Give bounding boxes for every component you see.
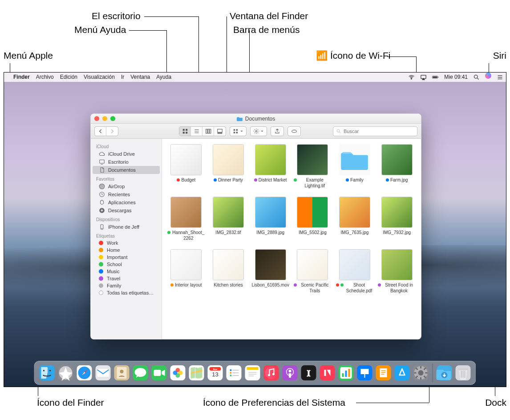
svg-point-0 bbox=[411, 78, 412, 79]
sidebar-item-recientes[interactable]: Recientes bbox=[93, 190, 160, 198]
wifi-icon[interactable] bbox=[405, 74, 417, 81]
spotlight-icon[interactable] bbox=[470, 74, 482, 81]
file-item[interactable]: Lisbon_61695.mov bbox=[251, 249, 289, 294]
siri-icon[interactable] bbox=[482, 73, 494, 82]
file-item[interactable]: Scenic Pacific Trails bbox=[294, 249, 332, 294]
sidebar-tag-music[interactable]: Music bbox=[91, 268, 162, 275]
dock-photos-icon[interactable] bbox=[169, 364, 187, 382]
file-name: IMG_5502.jpg bbox=[299, 230, 327, 236]
dock-calendar-icon[interactable]: Nov13 bbox=[206, 364, 224, 382]
sidebar-tag-todas-las-etiquetas-[interactable]: Todas las etiquetas… bbox=[91, 289, 162, 296]
sidebar-tag-work[interactable]: Work bbox=[91, 239, 162, 246]
dock-news-icon[interactable] bbox=[319, 364, 336, 382]
file-item[interactable]: Farm.jpg bbox=[378, 144, 416, 189]
menu-ventana[interactable]: Ventana bbox=[127, 73, 153, 82]
file-item[interactable]: Family bbox=[336, 144, 374, 189]
svg-rect-78 bbox=[322, 367, 333, 379]
file-item[interactable]: Budget bbox=[167, 144, 205, 189]
svg-rect-18 bbox=[234, 132, 235, 133]
dock-sysprefs-icon[interactable] bbox=[412, 364, 430, 382]
file-item[interactable]: IMG_7932.jpg bbox=[378, 197, 416, 241]
sidebar-item-airdrop[interactable]: AirDrop bbox=[93, 182, 160, 190]
svg-rect-82 bbox=[345, 371, 347, 377]
menu-edicion[interactable]: Edición bbox=[57, 73, 81, 82]
sidebar-item-aplicaciones[interactable]: Aplicaciones bbox=[93, 198, 160, 206]
dock-podcasts-icon[interactable] bbox=[281, 364, 299, 382]
dock-reminders-icon[interactable] bbox=[225, 364, 243, 382]
menubar-clock[interactable]: Mie 09:41 bbox=[441, 73, 470, 82]
dock-launchpad-icon[interactable] bbox=[57, 364, 75, 382]
dock-contacts-icon[interactable] bbox=[113, 364, 131, 382]
dock-tv-icon[interactable] bbox=[300, 364, 318, 382]
sidebar-item-icloud-drive[interactable]: iCloud Drive bbox=[93, 150, 160, 158]
group-by-button[interactable] bbox=[230, 126, 247, 136]
sidebar-item-descargas[interactable]: Descargas bbox=[93, 206, 160, 214]
file-item[interactable]: Street Food in Bangkok bbox=[378, 249, 416, 294]
finder-sidebar: iCloudiCloud DriveEscritorioDocumentosFa… bbox=[91, 139, 162, 339]
forward-button[interactable] bbox=[106, 127, 118, 136]
file-name: Kitchen stories bbox=[214, 283, 243, 288]
dock-appstore-icon[interactable] bbox=[393, 364, 411, 382]
file-name: Interior layout bbox=[170, 283, 202, 288]
sidebar-item-documentos[interactable]: Documentos bbox=[93, 166, 160, 174]
view-icons[interactable] bbox=[179, 127, 191, 136]
app-menu[interactable]: Finder bbox=[10, 73, 33, 82]
view-list[interactable] bbox=[191, 127, 202, 136]
sidebar-tag-important[interactable]: Important bbox=[91, 254, 162, 261]
dock-messages-icon[interactable] bbox=[132, 364, 150, 382]
menubar: Finder Archivo Edición Visualización Ir … bbox=[4, 73, 506, 82]
dock-facetime-icon[interactable] bbox=[150, 364, 168, 382]
dock-downloads-icon[interactable] bbox=[436, 364, 453, 382]
dock-keynote-icon[interactable] bbox=[356, 364, 374, 382]
file-item[interactable]: IMG_5502.jpg bbox=[294, 197, 332, 241]
dock-trash-icon[interactable] bbox=[454, 364, 472, 382]
share-button[interactable] bbox=[271, 126, 284, 136]
callout-dock: Dock bbox=[485, 397, 506, 408]
menu-archivo[interactable]: Archivo bbox=[33, 73, 57, 82]
sidebar-tag-home[interactable]: Home bbox=[91, 246, 162, 254]
dock-safari-icon[interactable] bbox=[76, 364, 93, 382]
close-button[interactable] bbox=[94, 116, 99, 121]
file-name: District Market bbox=[254, 178, 287, 183]
dock-music-icon[interactable] bbox=[263, 364, 280, 382]
file-item[interactable]: IMG_7635.jpg bbox=[336, 197, 374, 241]
action-button[interactable] bbox=[250, 126, 267, 136]
zoom-button[interactable] bbox=[110, 116, 115, 121]
file-item[interactable]: Shoot Schedule.pdf bbox=[336, 249, 374, 294]
dock-pages-icon[interactable] bbox=[375, 364, 393, 382]
back-button[interactable] bbox=[95, 127, 106, 136]
dock-finder-icon[interactable] bbox=[38, 364, 56, 382]
file-item[interactable]: Interior layout bbox=[167, 249, 205, 294]
tags-button[interactable] bbox=[287, 126, 301, 136]
notification-center-icon[interactable] bbox=[494, 74, 506, 81]
file-item[interactable]: Kitchen stories bbox=[210, 249, 247, 294]
dock-mail-icon[interactable] bbox=[94, 364, 112, 382]
dock-notes-icon[interactable] bbox=[244, 364, 262, 382]
view-columns[interactable] bbox=[202, 127, 214, 136]
minimize-button[interactable] bbox=[102, 116, 107, 121]
search-input[interactable] bbox=[344, 129, 414, 134]
file-item[interactable]: IMG_2832.tif bbox=[210, 197, 247, 241]
sidebar-item-escritorio[interactable]: Escritorio bbox=[93, 158, 160, 166]
view-gallery[interactable] bbox=[214, 127, 226, 136]
svg-rect-24 bbox=[100, 160, 105, 163]
file-item[interactable]: District Market bbox=[251, 144, 289, 189]
file-item[interactable]: Example Lighting.tif bbox=[294, 144, 332, 189]
file-name: IMG_7635.jpg bbox=[341, 230, 369, 236]
file-item[interactable]: Dinner Party bbox=[210, 144, 247, 189]
search-field[interactable] bbox=[333, 126, 417, 136]
sidebar-tag-family[interactable]: Family bbox=[91, 282, 162, 289]
airplay-icon[interactable] bbox=[417, 74, 429, 81]
menu-visualizacion[interactable]: Visualización bbox=[81, 73, 118, 82]
battery-icon[interactable] bbox=[429, 74, 441, 81]
menu-ayuda[interactable]: Ayuda bbox=[153, 73, 174, 82]
file-item[interactable]: Hannah_Shoot_2262 bbox=[167, 197, 205, 241]
sidebar-tag-school[interactable]: School bbox=[91, 261, 162, 268]
finder-titlebar[interactable]: Documentos bbox=[91, 114, 421, 124]
menu-ir[interactable]: Ir bbox=[118, 73, 127, 82]
dock-numbers-icon[interactable] bbox=[337, 364, 355, 382]
sidebar-item-iphone-de-jeff[interactable]: iPhone de Jeff bbox=[93, 223, 160, 231]
dock-maps-icon[interactable] bbox=[188, 364, 206, 382]
file-item[interactable]: IMG_2889.jpg bbox=[251, 197, 289, 241]
sidebar-tag-travel[interactable]: Travel bbox=[91, 275, 162, 282]
